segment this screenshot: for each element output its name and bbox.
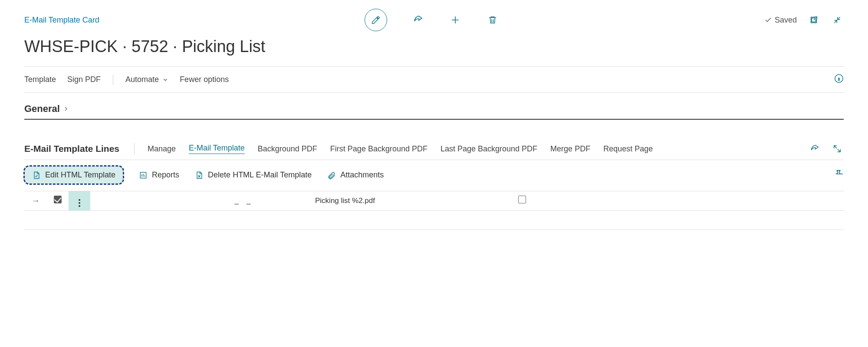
- delete-html-template-button[interactable]: Delete HTML E-Mail Template: [195, 170, 312, 180]
- cell-empty-4[interactable]: [546, 191, 611, 210]
- header-actions: [99, 9, 764, 31]
- expand-icon: [832, 144, 842, 154]
- collapse-icon: [833, 16, 842, 24]
- tab-first-page-bg[interactable]: First Page Background PDF: [330, 144, 427, 154]
- arrow-right-icon: →: [31, 196, 40, 205]
- saved-label: Saved: [775, 16, 797, 25]
- info-button[interactable]: [834, 74, 844, 85]
- trash-icon: [488, 15, 497, 25]
- pin-icon: [834, 169, 844, 179]
- tab-manage[interactable]: Manage: [148, 144, 176, 154]
- menu-fewer-options[interactable]: Fewer options: [180, 75, 229, 84]
- popout-button[interactable]: [807, 13, 820, 26]
- cell-empty-7[interactable]: [772, 191, 844, 210]
- popout-icon: [809, 15, 819, 25]
- menu-bar: Template Sign PDF Automate Fewer options: [24, 67, 844, 93]
- chevron-down-icon: [162, 77, 168, 83]
- cell-empty-1[interactable]: [90, 191, 151, 210]
- attachments-label: Attachments: [340, 170, 384, 180]
- fasttab-general-label: General: [24, 103, 60, 115]
- tab-merge-pdf[interactable]: Merge PDF: [550, 144, 590, 154]
- header-right: Saved: [764, 13, 844, 26]
- table-row-empty[interactable]: [24, 210, 844, 229]
- delete-html-template-label: Delete HTML E-Mail Template: [208, 170, 312, 180]
- pin-button[interactable]: [834, 169, 844, 181]
- cell-empty-2[interactable]: [151, 191, 212, 210]
- chevron-right-icon: [62, 105, 69, 112]
- menu-separator: [113, 75, 113, 85]
- check-icon: [764, 16, 772, 24]
- edit-template-icon: [32, 171, 41, 180]
- share-icon: [810, 144, 819, 154]
- new-button[interactable]: [449, 13, 462, 26]
- cell-empty-3[interactable]: [424, 191, 498, 210]
- lines-expand-button[interactable]: [831, 142, 844, 155]
- lines-title: E-Mail Template Lines: [24, 144, 119, 154]
- reports-button[interactable]: Reports: [139, 170, 179, 180]
- fasttab-general[interactable]: General: [24, 103, 844, 120]
- tab-email-template[interactable]: E-Mail Template: [189, 144, 245, 154]
- edit-html-template-button[interactable]: Edit HTML Template: [24, 166, 123, 184]
- breadcrumb[interactable]: E-Mail Template Card: [24, 16, 99, 25]
- row-selector[interactable]: →: [24, 191, 47, 210]
- plus-icon: [450, 15, 460, 25]
- menu-template[interactable]: Template: [24, 75, 56, 84]
- delete-template-icon: [195, 171, 204, 180]
- attachment-icon: [327, 171, 336, 180]
- lines-section: E-Mail Template Lines Manage E-Mail Temp…: [24, 142, 844, 230]
- edit-button[interactable]: [365, 9, 387, 31]
- share-button[interactable]: [411, 13, 424, 26]
- menu-automate-label: Automate: [125, 75, 159, 84]
- lines-tabs: E-Mail Template Lines Manage E-Mail Temp…: [24, 142, 844, 160]
- pencil-icon: [371, 15, 381, 25]
- cell-dash-1[interactable]: _: [212, 191, 242, 210]
- table-row[interactable]: → _ _ Picking list %2.pdf: [24, 191, 844, 210]
- cell-empty-5[interactable]: [611, 191, 698, 210]
- delete-button[interactable]: [486, 13, 499, 26]
- attachments-button[interactable]: Attachments: [327, 170, 384, 180]
- checkbox-empty-icon: [518, 196, 526, 203]
- reports-label: Reports: [152, 170, 179, 180]
- collapse-button[interactable]: [831, 13, 844, 26]
- tab-last-page-bg[interactable]: Last Page Background PDF: [441, 144, 537, 154]
- saved-indicator: Saved: [764, 16, 797, 25]
- row-checkbox-cell[interactable]: [47, 191, 69, 210]
- cell-dash-2[interactable]: _: [242, 191, 312, 210]
- page-title: WHSE-PICK · 5752 · Picking List: [24, 37, 844, 56]
- reports-icon: [139, 171, 148, 180]
- tab-background-pdf[interactable]: Background PDF: [258, 144, 317, 154]
- row-menu-cell[interactable]: [69, 191, 90, 210]
- cell-checkbox[interactable]: [498, 191, 546, 210]
- share-icon: [413, 15, 423, 25]
- kebab-menu-icon: [79, 199, 80, 207]
- tab-request-page[interactable]: Request Page: [603, 144, 653, 154]
- edit-html-template-label: Edit HTML Template: [45, 170, 115, 180]
- menu-automate[interactable]: Automate: [125, 75, 168, 84]
- lines-action-bar: Edit HTML Template Reports Delete HTML E…: [24, 160, 844, 191]
- lines-grid: → _ _ Picking list %2.pdf: [24, 191, 844, 230]
- cell-filename[interactable]: Picking list %2.pdf: [312, 191, 424, 210]
- checkbox-checked-icon: [54, 196, 62, 203]
- info-icon: [834, 74, 844, 83]
- menu-sign-pdf[interactable]: Sign PDF: [67, 75, 101, 84]
- lines-share-button[interactable]: [808, 142, 821, 155]
- top-bar: E-Mail Template Card Saved: [24, 9, 844, 31]
- svg-point-0: [835, 75, 843, 82]
- tabs-separator: [134, 143, 135, 154]
- cell-empty-6[interactable]: [698, 191, 772, 210]
